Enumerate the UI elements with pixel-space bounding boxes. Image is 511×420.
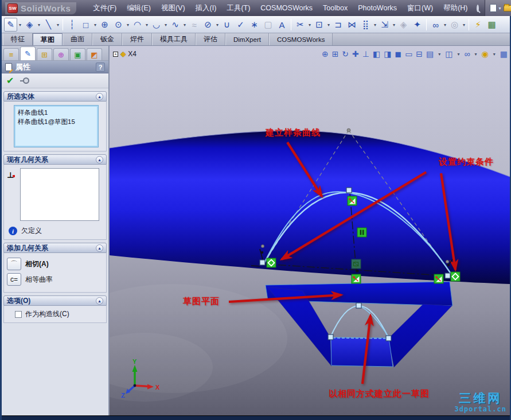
- view-orientation-icon[interactable]: ▤: [426, 49, 434, 59]
- caret-icon[interactable]: ▾: [392, 22, 396, 28]
- menu-insert[interactable]: 插入(I): [190, 2, 222, 15]
- part-name[interactable]: X4: [128, 50, 136, 58]
- new-document-icon[interactable]: [490, 4, 497, 12]
- display-style-icon[interactable]: ◫: [445, 49, 453, 59]
- segment-icon[interactable]: ▢: [262, 18, 275, 32]
- caret-icon[interactable]: ▾: [457, 52, 461, 57]
- caret-icon[interactable]: ▾: [37, 22, 41, 28]
- split-view-icon[interactable]: ⊟: [416, 49, 423, 59]
- configurationmanager-tab[interactable]: ⊞: [37, 48, 52, 60]
- menu-window[interactable]: 窗口(W): [402, 2, 438, 15]
- menu-photoworks[interactable]: PhotoWorks: [353, 2, 402, 14]
- instant-2d-icon[interactable]: ⚡: [471, 18, 485, 32]
- equal-curvature-icon[interactable]: c=: [7, 273, 21, 286]
- spline-icon[interactable]: ∿: [169, 18, 182, 32]
- vertical-constraint-icon[interactable]: [357, 228, 366, 237]
- list-item[interactable]: 样条曲线1@草图15: [15, 117, 97, 126]
- caret-icon[interactable]: ▾: [163, 22, 168, 28]
- single-view-icon[interactable]: ▭: [405, 49, 412, 59]
- tree-expand-icon[interactable]: +: [113, 52, 118, 57]
- centerpoint-arc-icon[interactable]: ◠: [131, 18, 144, 32]
- selected-entities-list[interactable]: 样条曲线1 样条曲线1@草图15: [14, 105, 99, 147]
- caret-icon[interactable]: ▾: [56, 22, 60, 28]
- sketch-icon[interactable]: ✎: [4, 18, 17, 32]
- caret-icon[interactable]: ▾: [182, 22, 187, 28]
- tab-mold-tools[interactable]: 模具工具: [152, 33, 196, 45]
- on-edge-constraint-icon[interactable]: [352, 259, 361, 269]
- circle-icon[interactable]: ⊙: [112, 18, 125, 32]
- smart-dimension-icon[interactable]: ◈: [23, 18, 36, 32]
- existing-relations-list[interactable]: [20, 168, 99, 221]
- rotate-view-icon[interactable]: ↻: [342, 49, 349, 59]
- tab-features[interactable]: 特征: [3, 33, 33, 45]
- pin-icon[interactable]: [23, 77, 29, 84]
- caret-icon[interactable]: ▾: [373, 22, 377, 28]
- polygon-icon[interactable]: ⊕: [98, 18, 111, 32]
- sketch-picture-icon[interactable]: ▦: [485, 18, 498, 32]
- caret-icon[interactable]: ▾: [443, 22, 447, 28]
- line-icon[interactable]: ╲: [42, 18, 55, 32]
- ok-button[interactable]: ✔: [6, 75, 14, 86]
- menu-view[interactable]: 视图(V): [156, 2, 190, 15]
- equal-curvature-label[interactable]: 相等曲率: [25, 275, 53, 285]
- pan-icon[interactable]: ✚: [352, 49, 359, 59]
- new-caret-icon[interactable]: ▾: [499, 6, 501, 11]
- quick-snaps-icon[interactable]: ◎: [448, 18, 461, 32]
- collapse-button[interactable]: ▴: [96, 93, 103, 100]
- open-icon[interactable]: [504, 5, 511, 11]
- convert-entities-icon[interactable]: ⊡: [313, 18, 326, 32]
- tangent-constraint-icon[interactable]: [434, 274, 443, 283]
- dimxpertmanager-tab[interactable]: ⊕: [53, 48, 69, 60]
- 3d-scene[interactable]: Y X Z: [110, 46, 510, 415]
- tab-weldments[interactable]: 焊件: [122, 33, 152, 45]
- menu-file[interactable]: 文件(F): [88, 2, 122, 15]
- caret-icon[interactable]: ▾: [145, 22, 149, 28]
- caret-icon[interactable]: ▾: [492, 52, 497, 57]
- tangent-relation-label[interactable]: 相切(A): [25, 259, 49, 269]
- caret-icon[interactable]: ▾: [215, 22, 220, 28]
- menu-edit[interactable]: 编辑(E): [122, 2, 156, 15]
- realview-icon[interactable]: ◨: [384, 49, 391, 59]
- apply-scene-icon[interactable]: ◉: [482, 49, 489, 59]
- menu-toolbox[interactable]: Toolbox: [318, 2, 353, 14]
- caret-icon[interactable]: ▾: [437, 52, 442, 57]
- caret-icon[interactable]: ▾: [462, 22, 466, 28]
- shaded-with-edges-icon[interactable]: ◼: [395, 49, 402, 59]
- centerline-icon[interactable]: ┆: [65, 18, 79, 32]
- menu-cosmosworks[interactable]: COSMOSWorks: [255, 2, 318, 14]
- menu-help[interactable]: 帮助(H): [438, 2, 473, 15]
- zoom-to-fit-icon[interactable]: ⊕: [322, 49, 329, 59]
- trim-entities-icon[interactable]: ✂: [294, 18, 307, 32]
- pierce-constraint-icon[interactable]: [267, 258, 276, 267]
- caret-icon[interactable]: ▾: [326, 22, 331, 28]
- tangent-constraint-icon[interactable]: [348, 196, 357, 205]
- rapid-sketch-icon[interactable]: ✦: [411, 18, 424, 32]
- display-relations-icon[interactable]: ∞: [429, 18, 442, 32]
- fit-spline-icon[interactable]: ✓: [234, 18, 247, 32]
- tangent-constraint-icon[interactable]: [352, 274, 361, 283]
- caret-icon[interactable]: ▾: [93, 22, 97, 28]
- collapse-button[interactable]: ▴: [96, 297, 103, 305]
- list-item[interactable]: 样条曲线1: [15, 108, 97, 117]
- tab-dimxpert[interactable]: DimXpert: [225, 33, 269, 45]
- graphics-viewport[interactable]: Y X Z + ◆ X4 ⊕ ⊞ ↻ ✚ ⊥ ◧ ◨ ◼: [110, 46, 510, 415]
- tangent-relation-icon[interactable]: ⌒: [7, 258, 21, 270]
- freeform-spline-icon[interactable]: ≈: [188, 18, 201, 32]
- collapse-button[interactable]: ▴: [96, 156, 103, 164]
- zoom-to-area-icon[interactable]: ⊞: [332, 49, 339, 59]
- caret-icon[interactable]: ▾: [126, 22, 130, 28]
- tab-cosmosworks[interactable]: COSMOSWorks: [269, 33, 333, 45]
- help-button[interactable]: ?: [96, 63, 105, 72]
- parabola-icon[interactable]: ∪: [220, 18, 233, 32]
- cosmosworks-manager-tab[interactable]: ▣: [70, 48, 85, 60]
- move-entities-icon[interactable]: ⇲: [378, 18, 391, 32]
- rectangle-icon[interactable]: □: [79, 18, 92, 32]
- tab-sheet-metal[interactable]: 钣金: [92, 33, 122, 45]
- hide-show-items-icon[interactable]: ∞: [465, 49, 470, 59]
- tangent-arc-icon[interactable]: ◡: [150, 18, 163, 32]
- caret-icon[interactable]: ▾: [18, 22, 22, 28]
- sketch-tools-icon[interactable]: ◈: [397, 18, 410, 32]
- normal-to-icon[interactable]: ⊥: [362, 49, 369, 59]
- propertymanager-tab[interactable]: ✎: [20, 46, 36, 60]
- featuremanager-tree-tab[interactable]: ≡: [3, 48, 19, 60]
